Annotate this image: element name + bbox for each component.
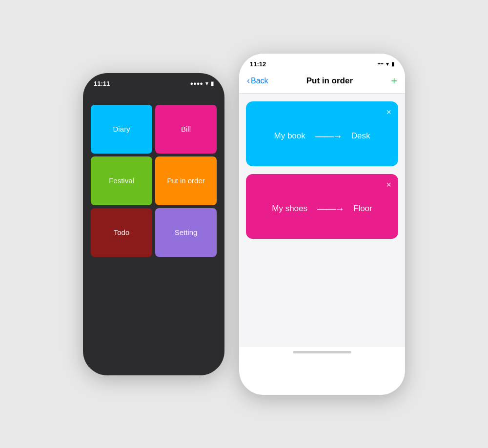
right-status-icons: •••• ▾ ▮: [377, 61, 394, 67]
cards-container: × My book ——→ Desk × My shoes ——→ Floor: [239, 94, 405, 347]
order-card-1: × My book ——→ Desk: [246, 101, 398, 166]
left-phone: 11:11 ●●●● ▾ ▮ Diary Bill Festival Put i…: [83, 73, 224, 375]
arrow-icon-2: ——→: [317, 203, 344, 214]
arrow-icon-1: ——→: [315, 131, 342, 142]
tile-putinorder[interactable]: Put in order: [155, 156, 217, 205]
left-status-bar: 11:11 ●●●● ▾ ▮: [83, 73, 224, 90]
signal-icon: ●●●●: [190, 80, 203, 86]
right-phone: 11:12 •••• ▾ ▮ ‹ Back Put in order + × M…: [239, 54, 405, 395]
card-2-content: My shoes ——→ Floor: [256, 194, 388, 224]
wifi-icon: ▾: [205, 80, 208, 87]
home-indicator: [293, 351, 351, 353]
card-1-to: Desk: [351, 131, 370, 141]
chevron-left-icon: ‹: [247, 76, 250, 86]
card-1-content: My book ——→ Desk: [256, 121, 388, 152]
right-wifi-icon: ▾: [386, 61, 389, 67]
content-area: × My book ——→ Desk × My shoes ——→ Floor: [239, 94, 405, 395]
close-card-2-button[interactable]: ×: [386, 180, 391, 190]
tile-bill[interactable]: Bill: [155, 105, 217, 154]
card-2-from: My shoes: [272, 204, 307, 214]
tile-setting[interactable]: Setting: [155, 208, 217, 257]
right-status-bar: 11:12 •••• ▾ ▮: [239, 54, 405, 71]
right-battery-icon: ▮: [391, 61, 394, 67]
navigation-bar: ‹ Back Put in order +: [239, 71, 405, 94]
tile-diary[interactable]: Diary: [91, 105, 152, 154]
left-status-icons: ●●●● ▾ ▮: [190, 80, 214, 87]
back-button[interactable]: ‹ Back: [247, 76, 268, 86]
close-card-1-button[interactable]: ×: [386, 107, 391, 117]
add-button[interactable]: +: [391, 75, 397, 87]
order-card-2: × My shoes ——→ Floor: [246, 174, 398, 239]
battery-icon: ▮: [211, 80, 214, 87]
right-time: 11:12: [250, 60, 266, 68]
page-title: Put in order: [306, 76, 353, 86]
right-signal-icon: ••••: [377, 61, 384, 66]
card-1-from: My book: [274, 131, 305, 141]
tile-todo[interactable]: Todo: [91, 208, 152, 257]
tiles-grid: Diary Bill Festival Put in order Todo Se…: [83, 90, 224, 265]
tile-festival[interactable]: Festival: [91, 156, 152, 205]
left-time: 11:11: [94, 80, 110, 87]
card-2-to: Floor: [353, 204, 372, 214]
